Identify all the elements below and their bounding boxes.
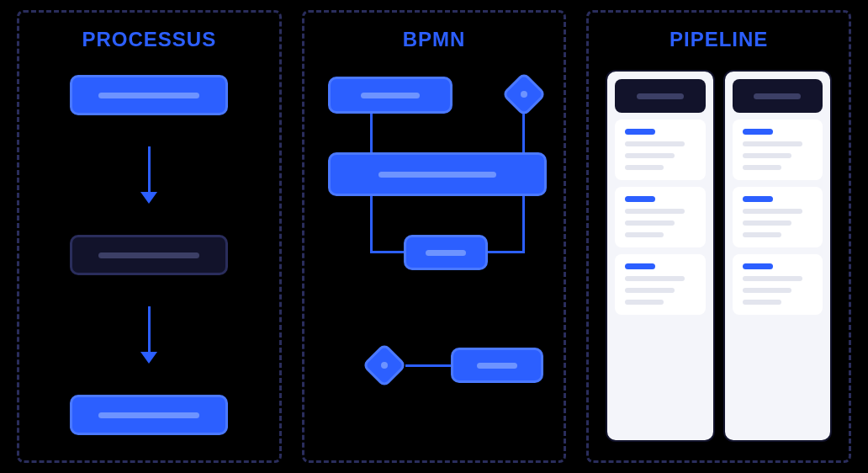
column-header (615, 79, 705, 113)
pipeline-card (615, 187, 705, 247)
placeholder-icon (743, 221, 791, 226)
arrow-down-icon (140, 146, 157, 204)
bpmn-activity-2 (328, 152, 547, 196)
bpmn-gateway-2 (362, 343, 407, 388)
placeholder-icon (743, 276, 802, 281)
gateway-dot-icon (381, 362, 388, 369)
pipeline-panel: PIPELINE (586, 10, 851, 463)
placeholder-icon (743, 209, 802, 214)
bpmn-panel: BPMN (302, 10, 567, 463)
placeholder-icon (625, 300, 664, 305)
connector-icon (522, 114, 525, 152)
card-title-icon (743, 196, 773, 202)
card-title-icon (743, 263, 773, 269)
processus-body (36, 70, 262, 442)
placeholder-icon (625, 232, 664, 237)
connector-icon (522, 196, 525, 253)
connector-icon (370, 251, 404, 253)
placeholder-icon (743, 288, 791, 293)
pipeline-card (615, 120, 705, 180)
pipeline-card (733, 254, 823, 315)
placeholder-icon (426, 250, 466, 256)
bpmn-title: BPMN (321, 28, 548, 51)
placeholder-icon (754, 93, 801, 99)
placeholder-icon (625, 141, 685, 146)
processus-title: PROCESSUS (36, 28, 262, 51)
arrow-down-icon (140, 306, 157, 364)
placeholder-icon (361, 93, 420, 98)
placeholder-icon (743, 153, 791, 158)
placeholder-icon (625, 153, 674, 158)
card-title-icon (625, 196, 655, 202)
processus-panel: PROCESSUS (17, 10, 282, 463)
column-header (733, 79, 823, 113)
pipeline-column-2 (723, 70, 832, 442)
placeholder-icon (637, 93, 684, 99)
placeholder-icon (743, 165, 781, 170)
bpmn-activity-3 (404, 235, 488, 270)
pipeline-column-1 (606, 70, 714, 442)
bpmn-activity-4 (451, 348, 543, 383)
process-step-1 (70, 75, 228, 115)
pipeline-card (733, 187, 823, 247)
gateway-dot-icon (521, 91, 527, 98)
placeholder-icon (477, 363, 517, 369)
card-title-icon (625, 263, 655, 269)
pipeline-title: PIPELINE (606, 28, 832, 51)
connector-icon (488, 251, 525, 253)
connector-icon (370, 196, 373, 253)
placeholder-icon (625, 221, 674, 226)
placeholder-icon (625, 288, 674, 293)
placeholder-icon (743, 141, 802, 146)
card-title-icon (743, 129, 773, 135)
card-title-icon (625, 129, 655, 135)
placeholder-icon (98, 252, 199, 258)
placeholder-icon (743, 300, 781, 305)
process-step-3 (70, 395, 228, 435)
bpmn-activity-1 (328, 77, 453, 114)
placeholder-icon (743, 232, 781, 237)
placeholder-icon (625, 276, 685, 281)
placeholder-icon (98, 412, 199, 418)
pipeline-body (606, 70, 832, 442)
connector-icon (405, 364, 451, 367)
connector-icon (370, 114, 373, 152)
placeholder-icon (625, 165, 664, 170)
process-step-2 (70, 235, 228, 275)
placeholder-icon (625, 209, 685, 214)
placeholder-icon (98, 93, 199, 98)
bpmn-gateway-1 (501, 72, 547, 117)
bpmn-body (321, 70, 548, 442)
pipeline-card (615, 254, 705, 315)
placeholder-icon (378, 172, 496, 178)
pipeline-card (733, 120, 823, 180)
